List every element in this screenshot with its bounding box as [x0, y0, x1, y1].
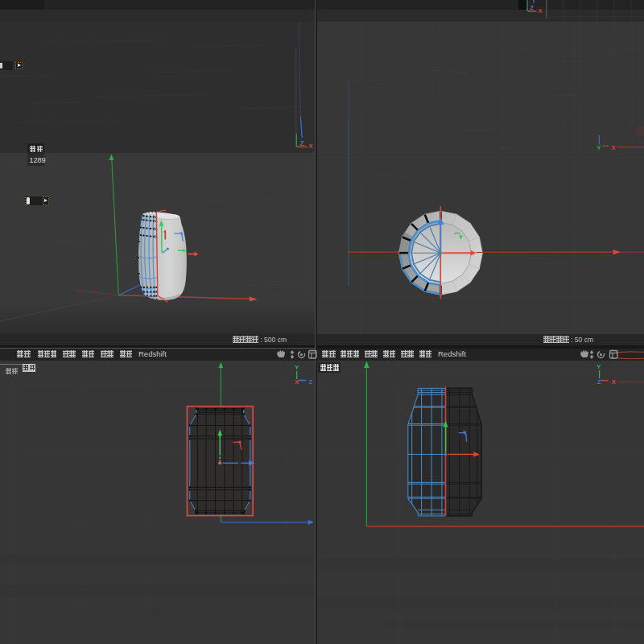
- svg-text:Y: Y: [597, 144, 601, 151]
- svg-text:Z: Z: [530, 4, 535, 11]
- svg-text:Z: Z: [309, 378, 313, 386]
- svg-text:Y: Y: [597, 363, 601, 370]
- svg-text:Y: Y: [295, 364, 299, 371]
- svg-text:X: X: [539, 7, 543, 14]
- svg-text:X: X: [612, 144, 616, 151]
- svg-text:X: X: [612, 378, 617, 386]
- svg-text:X: X: [295, 378, 299, 386]
- svg-text:X: X: [308, 142, 313, 150]
- svg-text:Z: Z: [300, 139, 305, 147]
- svg-text:Z: Z: [597, 378, 601, 386]
